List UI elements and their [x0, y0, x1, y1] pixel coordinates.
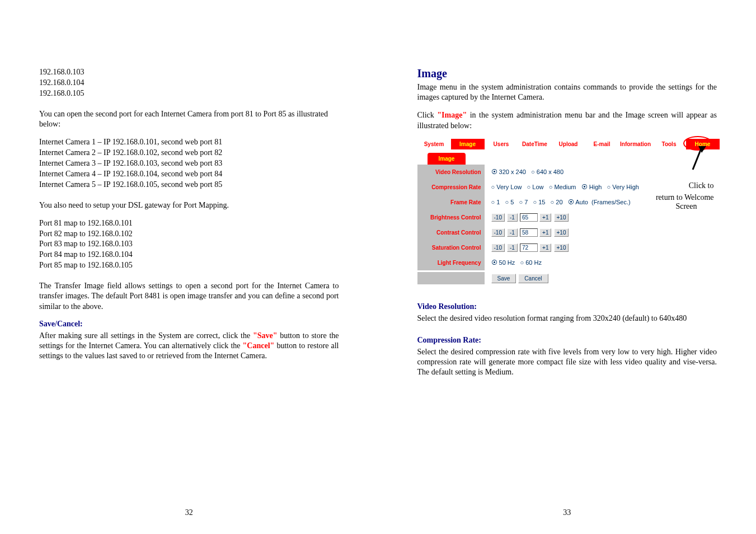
click-image-paragraph: Click "Image" in the system administrati…: [417, 110, 717, 130]
camera-line: Internet Camera 5 – IP 192.168.0.105, se…: [39, 180, 339, 190]
ip-line: 192.168.0.105: [39, 88, 339, 99]
saturation-controls: -10 -1 72 +1 +10: [486, 240, 720, 255]
contrast-minus1-button[interactable]: -1: [507, 228, 518, 237]
saturation-minus10-button[interactable]: -10: [491, 243, 505, 252]
menu-bar: System Image Users DateTime Upload E-mai…: [417, 139, 720, 149]
brightness-minus1-button[interactable]: -1: [507, 213, 518, 222]
port-map-line: Port 83 map to 192.168.0.103: [39, 239, 339, 250]
side-note-line1: Click to: [689, 181, 714, 190]
camera-line: Internet Camera 2 – IP 192.168.0.102, se…: [39, 148, 339, 158]
video-resolution-heading: Video Resolution:: [417, 302, 717, 311]
image-heading: Image: [417, 67, 717, 80]
transfer-paragraph: The Transfer Image field allows settings…: [39, 281, 339, 312]
saturation-plus1-button[interactable]: +1: [539, 243, 551, 252]
cancel-button[interactable]: Cancel: [518, 274, 548, 283]
ip-line: 192.168.0.104: [39, 78, 339, 88]
compression-rate-options: ○ Very Low ○ Low ○ Medium ⦿ High ○ Very …: [486, 180, 720, 194]
light-frequency-label: Light Frequency: [417, 255, 486, 270]
saturation-minus1-button[interactable]: -1: [507, 243, 518, 252]
compression-rate-heading: Compression Rate:: [417, 336, 717, 345]
camera-line: Internet Camera 1 – IP 192.168.0.101, se…: [39, 137, 339, 148]
saturation-value[interactable]: 72: [520, 243, 538, 252]
page-number-right: 33: [417, 508, 717, 517]
contrast-controls: -10 -1 58 +1 +10: [486, 225, 720, 240]
port-map-line: Port 84 map to 192.168.0.104: [39, 250, 339, 260]
port-map-list: Port 81 map to 192.168.0.101 Port 82 map…: [39, 218, 339, 271]
video-resolution-options: ⦿ 320 x 240 ○ 640 x 480: [486, 165, 720, 179]
light-frequency-options: ⦿ 50 Hz ○ 60 Hz: [486, 256, 720, 269]
video-resolution-text: Select the desired video resolution form…: [417, 313, 717, 324]
contrast-plus10-button[interactable]: +10: [554, 228, 569, 237]
menu-system[interactable]: System: [417, 139, 451, 149]
frame-rate-options: ○ 1 ○ 5 ○ 7 ○ 15 ○ 20 ⦿ Auto (Frames/Sec…: [486, 195, 720, 209]
port-map-line: Port 81 map to 192.168.0.101: [39, 218, 339, 229]
camera-port-list: Internet Camera 1 – IP 192.168.0.101, se…: [39, 137, 339, 190]
camera-line: Internet Camera 3 – IP 192.168.0.103, se…: [39, 158, 339, 169]
image-intro: Image menu in the system administration …: [417, 82, 717, 102]
brightness-minus10-button[interactable]: -10: [491, 213, 505, 222]
cancel-keyword: "Cancel": [243, 341, 275, 350]
brightness-controls: -10 -1 65 +1 +10: [486, 210, 720, 225]
admin-screenshot: System Image Users DateTime Upload E-mai…: [417, 139, 720, 287]
menu-datetime[interactable]: DateTime: [518, 139, 552, 149]
page-number-left: 32: [39, 508, 339, 517]
compression-rate-text: Select the desired compression rate with…: [417, 347, 717, 378]
port-map-line: Port 85 map to 192.168.0.105: [39, 260, 339, 271]
compression-rate-label: Compression Rate: [417, 180, 486, 195]
menu-upload[interactable]: Upload: [552, 139, 585, 149]
left-page: 192.168.0.103 192.168.0.104 192.168.0.10…: [0, 0, 378, 534]
brightness-plus10-button[interactable]: +10: [554, 213, 569, 222]
image-tab[interactable]: Image: [428, 153, 466, 165]
menu-users[interactable]: Users: [485, 139, 518, 149]
save-button[interactable]: Save: [491, 274, 516, 283]
image-keyword: "Image": [437, 111, 467, 119]
brightness-label: Brightness Control: [417, 210, 486, 225]
menu-information[interactable]: Information: [619, 139, 652, 149]
port-map-line: Port 82 map to 192.168.0.102: [39, 229, 339, 240]
dsl-paragraph: You also need to setup your DSL gateway …: [39, 200, 339, 210]
contrast-label: Contrast Control: [417, 225, 486, 240]
frame-rate-label: Frame Rate: [417, 195, 486, 210]
open-port-paragraph: You can open the second port for each In…: [39, 109, 339, 129]
save-cancel-paragraph: After making sure all settings in the Sy…: [39, 331, 339, 362]
side-note-line2: return to Welcome: [656, 193, 714, 202]
right-page: Image Image menu in the system administr…: [378, 0, 757, 534]
camera-line: Internet Camera 4 – IP 192.168.0.104, se…: [39, 169, 339, 180]
menu-image[interactable]: Image: [451, 139, 485, 149]
save-cancel-row: Save Cancel: [486, 270, 720, 287]
menu-tools[interactable]: Tools: [652, 139, 686, 149]
brightness-plus1-button[interactable]: +1: [539, 213, 551, 222]
menu-email[interactable]: E-mail: [585, 139, 619, 149]
save-keyword: "Save": [253, 331, 278, 340]
saturation-plus10-button[interactable]: +10: [554, 243, 569, 252]
video-resolution-label: Video Resolution: [417, 165, 486, 180]
save-cancel-heading: Save/Cancel:: [39, 320, 339, 329]
ip-line: 192.168.0.103: [39, 67, 339, 78]
saturation-label: Saturation Control: [417, 240, 486, 255]
save-row-spacer: [417, 272, 486, 284]
contrast-minus10-button[interactable]: -10: [491, 228, 505, 237]
ip-address-list: 192.168.0.103 192.168.0.104 192.168.0.10…: [39, 67, 339, 99]
contrast-plus1-button[interactable]: +1: [539, 228, 551, 237]
contrast-value[interactable]: 58: [520, 228, 538, 237]
brightness-value[interactable]: 65: [520, 213, 538, 222]
